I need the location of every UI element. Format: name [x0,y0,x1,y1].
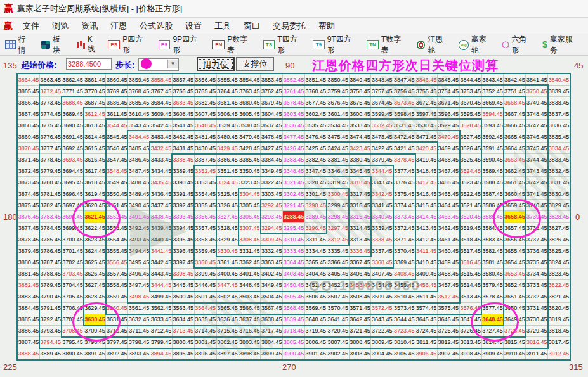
price-cell[interactable]: 3330.45 [217,246,239,257]
price-cell[interactable]: 3334.45 [305,246,327,257]
price-cell[interactable]: 3666.45 [504,120,526,131]
price-cell[interactable]: 3787.45 [40,257,62,269]
price-cell[interactable]: 3477.45 [283,131,305,143]
price-cell[interactable]: 3373.45 [393,211,415,222]
price-cell[interactable]: 3679.45 [261,97,283,108]
price-cell[interactable]: 3484.45 [128,131,150,143]
price-cell[interactable]: 3719.45 [305,326,327,337]
price-cell[interactable]: 3324.45 [217,177,239,188]
price-cell[interactable]: 3344.45 [371,165,393,177]
price-cell[interactable]: 3369.45 [393,257,415,269]
price-cell[interactable]: 3691.45 [62,131,84,143]
price-cell[interactable]: 3894.45 [150,348,173,360]
price-cell[interactable]: 3642.45 [350,314,372,326]
price-cell[interactable]: 3628.45 [84,291,107,303]
price-cell[interactable]: 3709.45 [84,326,107,337]
price-cell[interactable]: 3910.45 [504,348,526,360]
price-cell[interactable]: 3634.45 [173,314,195,326]
price-cell[interactable]: 3434.45 [150,165,173,177]
price-cell[interactable]: 3358.45 [195,234,217,246]
price-cell[interactable]: 3904.45 [371,348,393,360]
menu-item-帮助[interactable]: 帮助 [312,19,341,32]
price-cell[interactable]: 3814.45 [482,337,504,348]
price-cell[interactable]: 3432.45 [150,143,173,154]
price-cell[interactable]: 3597.45 [415,108,438,120]
price-cell[interactable]: 3526.45 [460,143,482,154]
price-cell[interactable]: 3502.45 [217,291,239,303]
price-cell[interactable]: 3661.45 [504,177,526,188]
price-cell[interactable]: 3613.45 [84,120,107,131]
price-cell[interactable]: 3785.45 [40,234,62,246]
price-cell[interactable]: 3601.45 [327,108,350,120]
price-cell[interactable]: 3902.45 [327,348,350,360]
price-cell[interactable]: 3381.45 [327,154,350,165]
price-cell[interactable]: 3783.45 [40,211,62,222]
price-cell[interactable]: 3353.45 [195,177,217,188]
price-cell[interactable]: 3675.45 [350,97,372,108]
price-cell[interactable]: 3781.45 [40,188,62,200]
price-cell[interactable]: 3745.45 [526,143,548,154]
price-cell[interactable]: 3498.45 [128,291,150,303]
price-cell[interactable]: 3294.45 [261,223,283,234]
price-cell[interactable]: 3853.45 [261,74,283,86]
price-cell[interactable]: 3405.45 [327,269,350,280]
resistance-button[interactable]: 阻力位 [197,57,235,71]
price-cell[interactable]: 3767.45 [150,86,173,97]
price-cell[interactable]: 3303.45 [261,188,283,200]
price-cell[interactable]: 3585.45 [482,211,504,222]
price-cell[interactable]: 3759.45 [327,86,350,97]
price-cell[interactable]: 3385.45 [238,154,261,165]
price-cell[interactable]: 3377.45 [393,165,415,177]
price-cell[interactable]: 3710.45 [106,326,128,337]
price-cell[interactable]: 3671.45 [438,97,460,108]
price-cell[interactable]: 3363.45 [261,257,283,269]
price-cell[interactable]: 3595.45 [460,108,482,120]
price-cell[interactable]: 3536.45 [283,120,305,131]
price-cell[interactable]: 3348.45 [283,165,305,177]
price-cell[interactable]: 3449.45 [261,280,283,291]
price-cell[interactable]: 3524.45 [460,165,482,177]
price-cell[interactable]: 3816.45 [526,337,548,348]
price-cell[interactable]: 3512.45 [438,291,460,303]
price-cell[interactable]: 3573.45 [393,303,415,314]
price-cell[interactable]: 3633.45 [150,314,173,326]
price-cell[interactable]: 3485.45 [128,143,150,154]
toolbar-item-赢家服务[interactable]: $赢家服务 [542,34,580,56]
price-cell[interactable]: 3684.45 [150,97,173,108]
price-cell[interactable]: 3355.45 [195,200,217,211]
price-cell[interactable]: 3851.45 [305,74,327,86]
price-cell[interactable]: 3445.45 [173,280,195,291]
price-cell[interactable]: 3514.45 [460,280,482,291]
price-cell[interactable]: 3689.45 [62,108,84,120]
price-cell[interactable]: 3469.45 [438,143,460,154]
price-cell[interactable]: 3357.45 [195,223,217,234]
menu-item-浏览[interactable]: 浏览 [46,19,75,32]
price-cell[interactable]: 3825.45 [548,246,570,257]
price-cell[interactable]: 3809.45 [371,337,393,348]
price-cell[interactable]: 3831.45 [548,177,570,188]
price-cell[interactable]: 3854.45 [238,74,261,86]
price-cell[interactable]: 3801.45 [195,337,217,348]
price-cell[interactable]: 3407.45 [371,269,393,280]
menu-item-交易委托[interactable]: 交易委托 [266,19,312,32]
price-cell[interactable]: 3538.45 [238,120,261,131]
price-cell[interactable]: 3860.45 [106,74,128,86]
price-cell[interactable]: 3453.45 [350,280,372,291]
price-cell[interactable]: 3300.45 [327,188,350,200]
price-cell[interactable]: 3298.45 [327,211,350,222]
price-cell[interactable]: 3580.45 [482,269,504,280]
price-cell[interactable]: 3301.45 [305,188,327,200]
price-cell[interactable]: 3647.45 [460,314,482,326]
price-cell[interactable]: 3834.45 [548,143,570,154]
price-cell[interactable]: 3451.45 [305,280,327,291]
price-cell[interactable]: 3650.45 [504,303,526,314]
price-cell[interactable]: 3553.45 [106,223,128,234]
price-cell[interactable]: 3632.45 [128,314,150,326]
price-cell[interactable]: 3790.45 [40,291,62,303]
price-cell[interactable]: 3525.45 [460,154,482,165]
price-cell[interactable]: 3430.45 [195,143,217,154]
price-cell[interactable]: 3459.45 [438,257,460,269]
price-cell[interactable]: 3857.45 [173,74,195,86]
price-cell[interactable]: 3455.45 [393,280,415,291]
price-cell[interactable]: 3400.45 [217,269,239,280]
